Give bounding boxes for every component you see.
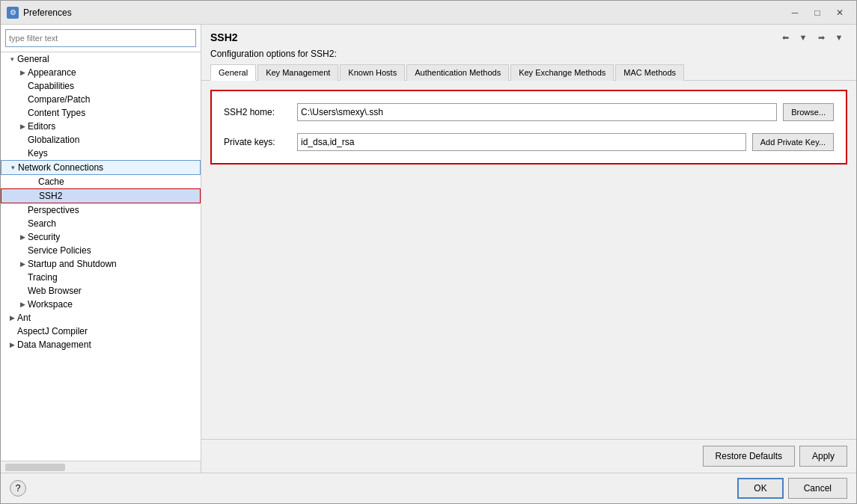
expand-icon-cache (28, 176, 38, 187)
expand-icon-ssh2 (28, 191, 39, 201)
expand-icon-web-browser (17, 286, 28, 296)
ssh-config-section: SSH2 home: Browse... Private keys: Add P… (210, 90, 847, 165)
window-footer: ? OK Cancel (1, 473, 856, 503)
expand-icon-tracing (17, 272, 28, 283)
sidebar-label-network-connections: Network Connections (18, 162, 103, 173)
tab-mac-methods[interactable]: MAC Methods (615, 64, 684, 81)
expand-icon-compare-patch (17, 94, 28, 105)
sidebar-item-data-management[interactable]: ▶ Data Management (1, 338, 201, 351)
expand-icon-network: ▾ (7, 162, 18, 173)
sidebar-label-security: Security (28, 232, 60, 242)
sidebar-label-keys: Keys (28, 148, 48, 159)
panel-title: SSH2 (210, 31, 238, 43)
sidebar-label-data-management: Data Management (17, 339, 91, 350)
sidebar-item-security[interactable]: ▶ Security (1, 230, 201, 244)
sidebar-item-content-types[interactable]: Content Types (1, 106, 201, 120)
sidebar-label-cache: Cache (38, 176, 64, 187)
expand-icon-content-types (17, 108, 28, 118)
sidebar-item-perspectives[interactable]: Perspectives (1, 203, 201, 217)
sidebar-label-globalization: Globalization (28, 135, 79, 145)
sidebar-item-appearance[interactable]: ▶ Appearance (1, 66, 201, 79)
sidebar-label-compare-patch: Compare/Patch (28, 94, 90, 105)
sidebar-item-capabilities[interactable]: Capabilities (1, 79, 201, 93)
expand-icon-security: ▶ (17, 232, 28, 242)
sidebar-item-search[interactable]: Search (1, 217, 201, 230)
sidebar-label-service-policies: Service Policies (28, 245, 91, 256)
sidebar-item-workspace[interactable]: ▶ Workspace (1, 298, 201, 311)
sidebar-label-capabilities: Capabilities (28, 81, 74, 91)
main-content: ▾ General ▶ Appearance Capabilities Comp… (1, 25, 856, 473)
forward-dropdown-button[interactable]: ▼ (831, 29, 847, 46)
window-title: Preferences (23, 7, 72, 18)
tab-key-exchange-methods[interactable]: Key Exchange Methods (510, 64, 614, 81)
sidebar-item-general[interactable]: ▾ General (1, 52, 201, 66)
title-bar-left: ⚙ Preferences (7, 7, 72, 19)
tab-general[interactable]: General (210, 64, 256, 81)
sidebar-item-editors[interactable]: ▶ Editors (1, 120, 201, 133)
expand-icon-general: ▾ (7, 54, 17, 64)
sidebar-item-ssh2[interactable]: SSH2 (1, 188, 201, 203)
expand-icon-search (17, 218, 28, 229)
back-button[interactable]: ⬅ (777, 29, 793, 46)
apply-button[interactable]: Apply (799, 446, 847, 467)
sidebar: ▾ General ▶ Appearance Capabilities Comp… (1, 25, 201, 473)
sidebar-label-editors: Editors (28, 121, 55, 132)
back-dropdown-button[interactable]: ▼ (795, 29, 811, 46)
tab-known-hosts[interactable]: Known Hosts (340, 64, 405, 81)
footer-right: OK Cancel (737, 478, 847, 499)
sidebar-item-startup-shutdown[interactable]: ▶ Startup and Shutdown (1, 257, 201, 271)
sidebar-label-perspectives: Perspectives (28, 205, 79, 215)
expand-icon-perspectives (17, 205, 28, 215)
private-keys-input[interactable] (297, 133, 746, 151)
filter-input[interactable] (5, 29, 196, 47)
sidebar-horizontal-scrollbar[interactable] (1, 461, 201, 473)
panel-toolbar: ⬅ ▼ ➡ ▼ (777, 29, 847, 46)
panel-header: SSH2 ⬅ ▼ ➡ ▼ (201, 25, 856, 49)
sidebar-label-general: General (17, 54, 49, 64)
minimize-button[interactable]: ─ (784, 4, 805, 21)
ssh2-home-label: SSH2 home: (224, 107, 291, 117)
sidebar-label-workspace: Workspace (28, 299, 73, 310)
ssh2-home-input[interactable] (297, 103, 777, 121)
forward-button[interactable]: ➡ (813, 29, 829, 46)
add-private-key-button[interactable]: Add Private Key... (752, 133, 834, 151)
sidebar-label-content-types: Content Types (28, 108, 85, 118)
expand-icon-keys (17, 148, 28, 159)
sidebar-item-tracing[interactable]: Tracing (1, 271, 201, 284)
sidebar-item-cache[interactable]: Cache (1, 175, 201, 188)
app-icon: ⚙ (7, 7, 19, 19)
expand-icon-aspectj (7, 326, 17, 336)
cancel-button[interactable]: Cancel (788, 478, 847, 499)
sidebar-item-globalization[interactable]: Globalization (1, 133, 201, 147)
sidebar-item-aspectj[interactable]: AspectJ Compiler (1, 325, 201, 338)
ok-button[interactable]: OK (737, 478, 783, 499)
sidebar-label-ant: Ant (17, 313, 31, 323)
filter-box (1, 25, 201, 52)
sidebar-label-ssh2: SSH2 (39, 191, 62, 201)
help-button[interactable]: ? (10, 480, 26, 497)
panel-subtitle: Configuration options for SSH2: (201, 49, 856, 64)
maximize-button[interactable]: □ (807, 4, 828, 21)
expand-icon-workspace: ▶ (17, 299, 28, 310)
bottom-bar: Restore Defaults Apply (201, 439, 856, 473)
close-button[interactable]: ✕ (829, 4, 850, 21)
browse-button[interactable]: Browse... (783, 103, 834, 121)
sidebar-item-web-browser[interactable]: Web Browser (1, 284, 201, 298)
tab-key-management[interactable]: Key Management (257, 64, 338, 81)
restore-defaults-button[interactable]: Restore Defaults (703, 446, 795, 467)
sidebar-label-web-browser: Web Browser (28, 286, 82, 296)
sidebar-item-keys[interactable]: Keys (1, 147, 201, 160)
sidebar-item-network-connections[interactable]: ▾ Network Connections (1, 160, 201, 175)
sidebar-item-ant[interactable]: ▶ Ant (1, 311, 201, 325)
tab-authentication-methods[interactable]: Authentication Methods (406, 64, 509, 81)
panel-body: SSH2 home: Browse... Private keys: Add P… (201, 81, 856, 439)
expand-icon-ant: ▶ (7, 313, 17, 323)
preferences-window: ⚙ Preferences ─ □ ✕ ▾ General (0, 0, 857, 504)
sidebar-label-aspectj: AspectJ Compiler (17, 326, 88, 336)
tab-bar: General Key Management Known Hosts Authe… (201, 64, 856, 81)
tree-container: ▾ General ▶ Appearance Capabilities Comp… (1, 52, 201, 461)
sidebar-item-service-policies[interactable]: Service Policies (1, 244, 201, 257)
sidebar-label-search: Search (28, 218, 56, 229)
title-bar: ⚙ Preferences ─ □ ✕ (1, 1, 856, 25)
sidebar-item-compare-patch[interactable]: Compare/Patch (1, 93, 201, 106)
